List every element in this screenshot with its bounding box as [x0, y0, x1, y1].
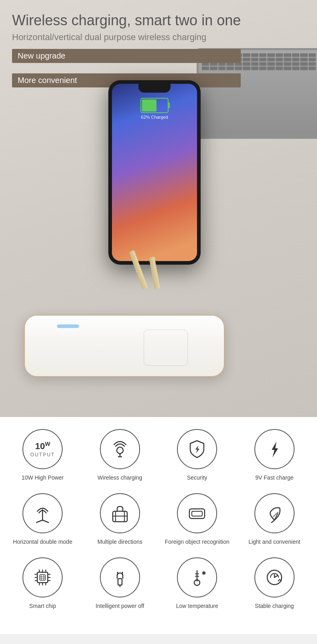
feature-label-9v: 9V Fast charge: [255, 474, 293, 481]
feature-label-smart-chip: Smart chip: [29, 602, 56, 610]
feature-label-foreign: Foreign object recognition: [165, 538, 230, 545]
feature-label-temperature: Low temperature: [176, 602, 218, 610]
feature-horizontal-double: Horizontal double mode: [8, 493, 77, 545]
icon-circle-lock: [100, 493, 140, 533]
feature-label-stable: Stable charging: [255, 602, 294, 610]
icon-circle-antenna: [22, 493, 63, 533]
hero-subtitle: Horizontal/vertical dual purpose wireles…: [12, 32, 241, 43]
feature-9v-fast: 9V Fast charge: [240, 429, 309, 481]
bolt-icon: [264, 438, 285, 460]
hero-title: Wireless charging, smart two in one: [12, 12, 241, 29]
icon-circle-10w: 10W OUTPUT: [22, 429, 63, 469]
svg-line-5: [43, 520, 49, 522]
antenna-icon: [32, 502, 53, 524]
chip-icon: [32, 567, 53, 588]
feature-label-security: Security: [187, 474, 207, 481]
feature-10w-power: 10W OUTPUT 10W High Power: [8, 429, 77, 481]
charging-pad: [24, 315, 225, 377]
icon-circle-feather: [254, 493, 295, 533]
svg-rect-27: [40, 575, 45, 580]
feature-stable-charging: Stable charging: [240, 557, 309, 610]
icon-circle-qi: [100, 429, 140, 469]
svg-rect-32: [118, 579, 122, 585]
icon-circle-bolt: [254, 429, 295, 469]
feature-security: Security: [163, 429, 232, 481]
charge-percent: 62% Charged: [140, 115, 169, 119]
svg-point-0: [117, 447, 123, 454]
feature-label-multiple: Multiple directions: [98, 538, 142, 545]
plug-icon: [109, 567, 131, 588]
thermometer-snowflake-icon: [186, 567, 208, 588]
feature-smart-chip: Smart chip: [8, 557, 77, 610]
feather-icon: [264, 502, 285, 524]
icon-circle-shield: [177, 429, 217, 469]
features-row-3: Smart chip Intelligent power off: [8, 557, 309, 610]
feature-label-horizontal: Horizontal double mode: [13, 538, 72, 545]
icon-circle-chip: [22, 557, 63, 597]
feature-multiple-directions: Multiple directions: [85, 493, 155, 545]
features-row-1: 10W OUTPUT 10W High Power: [8, 429, 309, 481]
icon-circle-object: [177, 493, 217, 533]
feature-label-light: Light and convenient: [248, 538, 300, 545]
svg-line-11: [272, 520, 274, 522]
stable-charging-icon: [264, 567, 285, 588]
svg-line-4: [37, 520, 43, 522]
feature-label-intelligent: Intelligent power off: [96, 602, 144, 610]
object-icon: [186, 502, 208, 524]
feature-foreign-object: Foreign object recognition: [163, 493, 232, 545]
shield-bolt-icon: [186, 438, 208, 460]
features-row-2: Horizontal double mode Multiple directio…: [8, 493, 309, 545]
feature-intelligent-power: Intelligent power off: [85, 557, 155, 610]
icon-circle-thermometer: [177, 557, 217, 597]
qi-icon: [109, 438, 131, 460]
feature-label-wireless: Wireless charging: [98, 474, 142, 481]
feature-label-10w: 10W High Power: [22, 474, 64, 481]
icon-circle-plug: [100, 557, 140, 597]
page-wrapper: 62% Charged Wireless charging, smart tw: [0, 0, 317, 634]
hero-text-block: Wireless charging, smart two in one Hori…: [12, 12, 241, 91]
feature-light-convenient: Light and convenient: [240, 493, 309, 545]
hero-section: 62% Charged Wireless charging, smart tw: [0, 0, 317, 417]
badge-new-upgrade: New upgrade: [12, 49, 241, 63]
phone-on-stand: 62% Charged: [108, 80, 201, 265]
svg-rect-10: [192, 511, 202, 516]
feature-wireless-charging: Wireless charging: [85, 429, 155, 481]
icon-circle-stable: [254, 557, 295, 597]
briefcase-icon: [109, 502, 131, 524]
features-section: 10W OUTPUT 10W High Power: [0, 417, 317, 634]
feature-low-temperature: Low temperature: [163, 557, 232, 610]
svg-rect-14: [37, 572, 48, 583]
